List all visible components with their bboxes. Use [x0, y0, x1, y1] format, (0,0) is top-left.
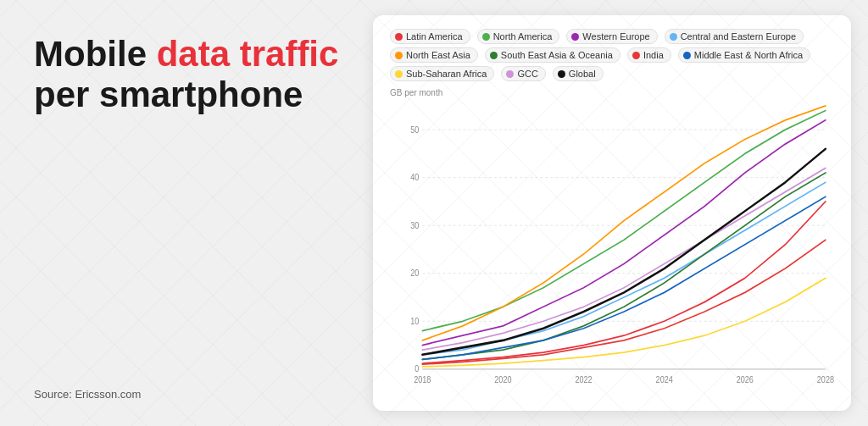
- title-highlight: data traffic: [157, 34, 339, 74]
- main-title: Mobile data traffic per smartphone: [34, 34, 339, 116]
- legend-item: Western Europe: [566, 29, 657, 44]
- legend-dot: [506, 70, 514, 78]
- svg-text:2022: 2022: [575, 375, 592, 385]
- legend-dot: [395, 52, 403, 59]
- legend-dot: [395, 33, 403, 41]
- svg-text:2018: 2018: [414, 375, 431, 385]
- legend-label: Western Europe: [582, 31, 649, 41]
- legend-item: Latin America: [390, 29, 470, 44]
- legend-label: South East Asia & Oceania: [501, 50, 613, 60]
- title-normal-2: per smartphone: [34, 75, 303, 114]
- svg-text:2020: 2020: [494, 375, 512, 385]
- legend-item: Central and Eastern Europe: [665, 29, 804, 44]
- chart-svg: 01020304050201820202022202420262028: [390, 101, 834, 399]
- y-axis-label: GB per month: [390, 88, 834, 97]
- legend-dot: [683, 52, 691, 59]
- legend-item: North America: [477, 29, 560, 44]
- legend-label: Latin America: [406, 31, 463, 41]
- legend-item: GCC: [501, 66, 545, 81]
- legend-dot: [558, 70, 565, 78]
- legend-item: India: [627, 47, 671, 63]
- legend-dot: [571, 33, 579, 41]
- source-text: Source: Ericsson.com: [34, 388, 339, 401]
- legend-item: Middle East & North Africa: [678, 47, 810, 63]
- legend-label: GCC: [517, 69, 537, 79]
- svg-text:10: 10: [410, 316, 420, 326]
- title-block: Mobile data traffic per smartphone: [34, 34, 339, 116]
- right-panel: Latin AmericaNorth AmericaWestern Europe…: [364, 0, 868, 426]
- legend-item: Global: [553, 66, 604, 81]
- legend-label: Global: [569, 69, 596, 79]
- svg-text:2024: 2024: [656, 375, 674, 385]
- legend-dot: [490, 52, 498, 59]
- chart-card: Latin AmericaNorth AmericaWestern Europe…: [373, 15, 851, 411]
- legend-label: Middle East & North Africa: [694, 50, 803, 60]
- legend-item: North East Asia: [390, 47, 478, 63]
- svg-text:30: 30: [410, 220, 420, 230]
- legend-dot: [482, 33, 490, 41]
- svg-text:50: 50: [410, 124, 420, 135]
- legend-item: South East Asia & Oceania: [485, 47, 620, 63]
- legend-label: Sub-Saharan Africa: [406, 69, 487, 79]
- legend-label: North East Asia: [406, 50, 470, 60]
- svg-text:0: 0: [415, 364, 420, 374]
- legend-dot: [632, 52, 640, 59]
- legend-item: Sub-Saharan Africa: [390, 66, 494, 81]
- svg-text:20: 20: [410, 268, 420, 279]
- legend-label: India: [643, 50, 664, 60]
- svg-text:2026: 2026: [737, 375, 754, 385]
- left-panel: Mobile data traffic per smartphone Sourc…: [0, 0, 364, 426]
- svg-text:2028: 2028: [817, 375, 834, 385]
- title-normal-1: Mobile: [34, 34, 157, 74]
- legend-label: Central and Eastern Europe: [681, 31, 796, 41]
- chart-svg-container: 01020304050201820202022202420262028: [390, 101, 834, 399]
- legend-dot: [670, 33, 677, 41]
- legend-label: North America: [493, 31, 553, 41]
- legend-dot: [395, 70, 403, 78]
- legend: Latin AmericaNorth AmericaWestern Europe…: [390, 29, 834, 81]
- chart-area: GB per month 010203040502018202020222024…: [390, 88, 834, 399]
- svg-text:40: 40: [410, 173, 420, 183]
